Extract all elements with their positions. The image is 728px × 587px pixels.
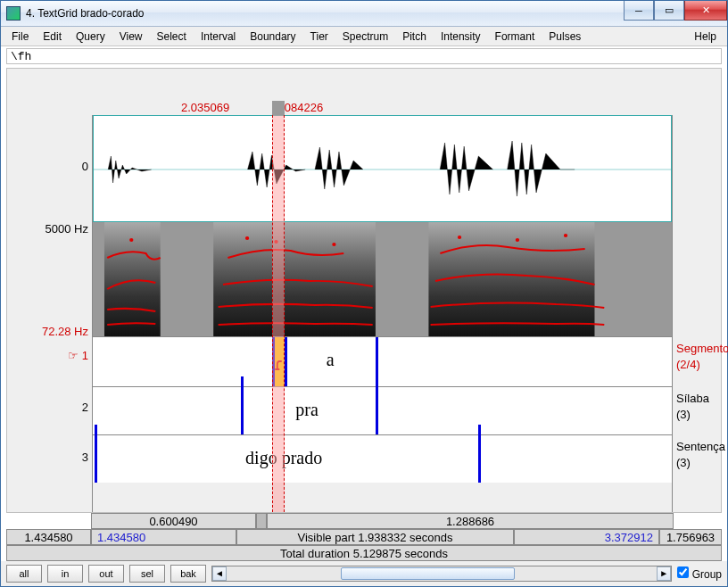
- visible-part-label[interactable]: Visible part 1.938332 seconds: [236, 529, 515, 545]
- app-icon: [6, 6, 21, 21]
- spectrogram-svg: [93, 222, 672, 336]
- time-ruler-2: 1.434580 1.434580 Visible part 1.938332 …: [6, 529, 722, 545]
- right-axis: Segmento (2/4) Sílaba (3) Sentença (3): [673, 115, 721, 512]
- group-checkbox-label[interactable]: Group: [677, 566, 722, 581]
- waveform-svg: [94, 116, 671, 223]
- tier3-count: (3): [676, 456, 691, 469]
- tier2-name: Sílaba: [676, 392, 709, 405]
- menu-edit[interactable]: Edit: [36, 29, 69, 45]
- tier-1[interactable]: ɾ a: [93, 336, 672, 386]
- waveform-panel[interactable]: [93, 115, 672, 222]
- svg-point-7: [245, 236, 249, 240]
- tier3-boundary-2[interactable]: [478, 425, 481, 483]
- time-ruler-3: Total duration 5.129875 seconds: [6, 545, 722, 561]
- svg-rect-4: [376, 222, 428, 336]
- horizontal-scrollbar[interactable]: ◄ ►: [211, 566, 672, 582]
- tier3-boundary-1[interactable]: [95, 425, 97, 483]
- scroll-left-arrow[interactable]: ◄: [212, 566, 227, 581]
- svg-point-11: [516, 238, 519, 242]
- bottom-bar: all in out sel bak ◄ ► Group: [1, 561, 727, 586]
- menu-interval[interactable]: Interval: [194, 29, 243, 45]
- tier3-text: digo prado: [245, 448, 322, 468]
- menu-select[interactable]: Select: [150, 29, 194, 45]
- menu-bar: File Edit Query View Select Interval Bou…: [1, 27, 727, 46]
- tier-3[interactable]: digo prado: [93, 434, 672, 483]
- tier1-name: Segmento: [676, 342, 728, 355]
- menu-tier[interactable]: Tier: [303, 29, 335, 45]
- selection-start-time: 2.035069: [181, 101, 229, 114]
- tier1-pointer: ☞ 1: [68, 349, 88, 362]
- in-button[interactable]: in: [47, 565, 83, 583]
- close-button[interactable]: ✕: [684, 1, 727, 21]
- menu-view[interactable]: View: [112, 29, 150, 45]
- maximize-button[interactable]: ▭: [654, 1, 684, 21]
- menu-intensity[interactable]: Intensity: [434, 29, 488, 45]
- window-end-time[interactable]: 3.372912: [514, 529, 659, 545]
- spectro-bottom-label: 72.28 Hz: [42, 325, 88, 338]
- menu-formant[interactable]: Formant: [488, 29, 542, 45]
- titlebar[interactable]: 4. TextGrid brado-corado ─ ▭ ✕: [1, 1, 727, 27]
- group-checkbox[interactable]: [677, 566, 689, 578]
- window-title: 4. TextGrid brado-corado: [26, 7, 624, 20]
- tier2-text: pra: [295, 400, 318, 420]
- tier2-count: (3): [676, 408, 691, 421]
- scroll-thumb[interactable]: [341, 567, 515, 580]
- svg-point-8: [274, 240, 277, 244]
- tier1-text-2: a: [327, 350, 335, 370]
- total-duration-label[interactable]: Total duration 5.129875 seconds: [6, 545, 722, 561]
- menu-spectrum[interactable]: Spectrum: [335, 29, 395, 45]
- tier-2[interactable]: pra: [93, 386, 672, 434]
- all-button[interactable]: all: [6, 565, 42, 583]
- tier1-count: (2/4): [676, 358, 700, 371]
- tier3-number: 3: [82, 451, 88, 464]
- svg-rect-5: [594, 222, 672, 336]
- tier2-number: 2: [82, 401, 88, 414]
- svg-rect-3: [161, 222, 213, 336]
- tier3-name: Sentença: [676, 440, 725, 453]
- pre-window-time[interactable]: 1.434580: [6, 529, 91, 545]
- svg-point-12: [564, 234, 567, 237]
- scroll-right-arrow[interactable]: ►: [657, 566, 671, 581]
- svg-point-9: [332, 243, 335, 246]
- menu-query[interactable]: Query: [69, 29, 112, 45]
- window-start-time[interactable]: 1.434580: [91, 529, 236, 545]
- spectrogram-panel[interactable]: [93, 222, 672, 336]
- tracks[interactable]: ɾ a pra digo prado: [92, 115, 673, 512]
- ruler-seg-b[interactable]: 1.288686: [267, 513, 674, 529]
- menu-pitch[interactable]: Pitch: [395, 29, 434, 45]
- svg-rect-2: [93, 222, 104, 336]
- menu-pulses[interactable]: Pulses: [542, 29, 588, 45]
- out-button[interactable]: out: [88, 565, 124, 583]
- tier2-boundary-2[interactable]: [376, 376, 378, 434]
- tier1-text-1: ɾ: [274, 353, 284, 375]
- sel-button[interactable]: sel: [129, 565, 165, 583]
- svg-point-10: [458, 236, 461, 239]
- window-controls: ─ ▭ ✕: [624, 1, 727, 21]
- plot-area: 0 5000 Hz 72.28 Hz ☞ 1 2 3: [7, 115, 721, 512]
- spectro-top-label: 5000 Hz: [46, 222, 88, 236]
- ruler-seg-a[interactable]: 0.600490: [91, 513, 256, 529]
- left-axis: 0 5000 Hz 72.28 Hz ☞ 1 2 3: [7, 115, 92, 512]
- app-window: 4. TextGrid brado-corado ─ ▭ ✕ File Edit…: [0, 0, 728, 587]
- menu-boundary[interactable]: Boundary: [243, 29, 302, 45]
- selection-times: 2.035069 2.084226: [7, 101, 721, 115]
- bak-button[interactable]: bak: [170, 565, 206, 583]
- formula-bar[interactable]: \fh: [6, 48, 722, 64]
- editor-content: 2.035069 2.084226 0 5000 Hz 72.28 Hz ☞ 1…: [6, 68, 722, 513]
- svg-point-6: [129, 238, 133, 242]
- menu-help[interactable]: Help: [687, 29, 724, 45]
- time-ruler-1: 0.600490 1.288686: [6, 513, 722, 529]
- selection-end-time: 2.084226: [275, 101, 323, 114]
- wave-zero-label: 0: [82, 160, 88, 173]
- tier2-boundary-1[interactable]: [241, 376, 244, 434]
- post-window-time[interactable]: 1.756963: [659, 529, 722, 545]
- minimize-button[interactable]: ─: [624, 1, 654, 21]
- tier1-boundary-2[interactable]: [285, 337, 287, 386]
- menu-file[interactable]: File: [4, 29, 36, 45]
